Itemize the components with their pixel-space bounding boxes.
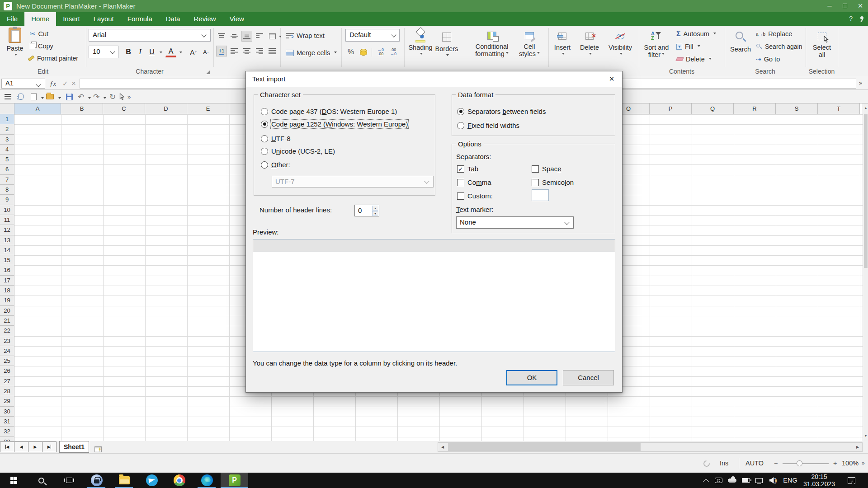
tray-expand-icon[interactable] bbox=[700, 473, 712, 488]
radio-utf8[interactable]: UTF-8 bbox=[261, 135, 291, 142]
column-header-E[interactable]: E bbox=[187, 103, 229, 114]
task-view-button[interactable] bbox=[55, 473, 83, 488]
cell-styles-button[interactable]: Cell styles bbox=[514, 28, 544, 57]
dialog-close-icon[interactable]: × bbox=[605, 74, 618, 84]
custom-separator-input[interactable] bbox=[532, 189, 549, 201]
dialog-title-bar[interactable]: Text import bbox=[246, 71, 622, 87]
copy-button[interactable]: Copy bbox=[30, 41, 53, 52]
telegram-button[interactable] bbox=[138, 473, 165, 488]
shrink-font-button[interactable]: A− bbox=[201, 47, 212, 57]
volume-icon[interactable]: )) bbox=[766, 473, 779, 488]
row-header-19[interactable]: 19 bbox=[0, 296, 14, 305]
language-indicator[interactable]: ENG bbox=[781, 473, 799, 488]
checkbox-tab[interactable]: Tab bbox=[457, 165, 478, 173]
last-sheet-button[interactable]: ▶ bbox=[42, 441, 57, 452]
cut-button[interactable]: ✂ Cut bbox=[30, 28, 48, 39]
wrap-text-button[interactable]: Wrap text bbox=[286, 30, 325, 41]
fill-button[interactable]: Fill bbox=[676, 41, 700, 52]
row-header-1[interactable]: 1 bbox=[0, 114, 14, 124]
spin-down-icon[interactable]: ▼ bbox=[372, 211, 378, 216]
column-header-B[interactable]: B bbox=[61, 103, 103, 114]
row-header-13[interactable]: 13 bbox=[0, 235, 14, 245]
planmaker-button[interactable]: P bbox=[221, 473, 248, 488]
redo-icon[interactable]: ↷ bbox=[93, 92, 99, 102]
hand-tool-icon[interactable] bbox=[18, 92, 24, 102]
zoom-in-icon[interactable]: + bbox=[833, 454, 837, 473]
grow-font-button[interactable]: A+ bbox=[188, 47, 199, 57]
align-right-icon[interactable] bbox=[254, 46, 265, 56]
goto-button[interactable]: ⇢ Go to bbox=[756, 54, 780, 65]
text-marker-combo[interactable]: None bbox=[456, 216, 574, 229]
menu-review[interactable]: Review bbox=[187, 12, 222, 26]
vertical-scrollbar[interactable]: ▲ ▼ bbox=[863, 103, 868, 441]
fx-icon[interactable]: ƒx bbox=[50, 79, 56, 89]
font-color-button[interactable]: A bbox=[165, 47, 176, 57]
row-header-7[interactable]: 7 bbox=[0, 175, 14, 185]
row-header-29[interactable]: 29 bbox=[0, 396, 14, 406]
confirm-icon[interactable]: ✓ bbox=[62, 79, 68, 89]
cell-reference-box[interactable]: A1 bbox=[1, 79, 45, 89]
horizontal-scroll-thumb[interactable] bbox=[448, 443, 641, 451]
cancel-button[interactable]: Cancel bbox=[563, 370, 614, 385]
toolbar-more-icon[interactable]: » bbox=[127, 92, 131, 102]
ok-button[interactable]: OK bbox=[506, 370, 557, 385]
battery-icon[interactable] bbox=[740, 473, 752, 488]
row-header-33[interactable]: 33 bbox=[0, 437, 14, 441]
scroll-left-icon[interactable]: ◀ bbox=[438, 443, 447, 451]
search-again-button[interactable]: Search again bbox=[756, 41, 802, 52]
scroll-down-icon[interactable]: ▼ bbox=[863, 432, 868, 440]
radio-codepage-437[interactable]: Code page 437 (DOS: Western Europe 1) bbox=[261, 108, 397, 115]
row-header-11[interactable]: 11 bbox=[0, 215, 14, 225]
italic-button[interactable]: I bbox=[135, 47, 146, 57]
radio-unicode[interactable]: Unicode (UCS-2, LE) bbox=[261, 147, 335, 155]
align-center-icon[interactable] bbox=[241, 46, 252, 56]
new-document-icon[interactable] bbox=[31, 92, 37, 102]
row-header-31[interactable]: 31 bbox=[0, 417, 14, 427]
taskbar-search-button[interactable] bbox=[28, 473, 55, 488]
restore-button[interactable] bbox=[837, 0, 853, 12]
row-header-22[interactable]: 22 bbox=[0, 326, 14, 336]
checkbox-comma[interactable]: Comma bbox=[457, 178, 491, 186]
column-header-D[interactable]: D bbox=[145, 103, 187, 114]
onedrive-icon[interactable] bbox=[726, 473, 738, 488]
valign-center-icon[interactable] bbox=[229, 31, 240, 42]
menu-data[interactable]: Data bbox=[159, 12, 187, 26]
menu-icon[interactable] bbox=[5, 92, 11, 102]
preview-area[interactable] bbox=[253, 239, 615, 352]
orientation-box-icon[interactable] bbox=[267, 31, 278, 42]
rotate-text-button[interactable]: T1 bbox=[216, 46, 227, 56]
row-header-30[interactable]: 30 bbox=[0, 407, 14, 417]
select-all-button[interactable]: Select all bbox=[809, 28, 835, 58]
radio-separators-between-fields[interactable]: Separators between fields bbox=[457, 108, 546, 115]
column-header-R[interactable]: R bbox=[734, 103, 776, 114]
spin-up-icon[interactable]: ▲ bbox=[372, 206, 378, 211]
character-dialog-launcher[interactable] bbox=[206, 70, 210, 74]
text-direction-icon[interactable] bbox=[254, 31, 265, 42]
row-header-23[interactable]: 23 bbox=[0, 336, 14, 346]
row-header-25[interactable]: 25 bbox=[0, 356, 14, 366]
row-header-14[interactable]: 14 bbox=[0, 245, 14, 255]
conditional-formatting-button[interactable]: Conditional formatting bbox=[465, 28, 519, 57]
status-more-icon[interactable]: » bbox=[862, 454, 865, 473]
row-header-24[interactable]: 24 bbox=[0, 346, 14, 356]
borders-button[interactable]: Borders bbox=[432, 28, 461, 60]
valign-top-icon[interactable] bbox=[216, 31, 227, 42]
zoom-slider-thumb[interactable] bbox=[797, 460, 802, 466]
zoom-out-icon[interactable]: − bbox=[774, 454, 778, 473]
row-header-5[interactable]: 5 bbox=[0, 155, 14, 164]
edge-button[interactable] bbox=[193, 473, 221, 488]
currency-icon[interactable] bbox=[358, 47, 369, 57]
undo-icon[interactable]: ↶ bbox=[78, 92, 84, 102]
paste-button[interactable]: Paste bbox=[3, 28, 27, 59]
refresh-icon[interactable] bbox=[702, 459, 711, 468]
insert-cells-button[interactable]: Insert bbox=[551, 28, 574, 58]
checkbox-semicolon[interactable]: Semicolon bbox=[532, 178, 574, 186]
cancel-entry-icon[interactable]: × bbox=[71, 79, 76, 89]
row-header-3[interactable]: 3 bbox=[0, 135, 14, 145]
open-folder-icon[interactable] bbox=[46, 92, 54, 102]
checkbox-space[interactable]: Space bbox=[532, 165, 561, 173]
row-header-4[interactable]: 4 bbox=[0, 145, 14, 155]
vertical-scroll-thumb[interactable] bbox=[864, 114, 868, 268]
menu-insert[interactable]: Insert bbox=[56, 12, 87, 26]
checkbox-custom[interactable]: Custom: bbox=[457, 192, 493, 200]
